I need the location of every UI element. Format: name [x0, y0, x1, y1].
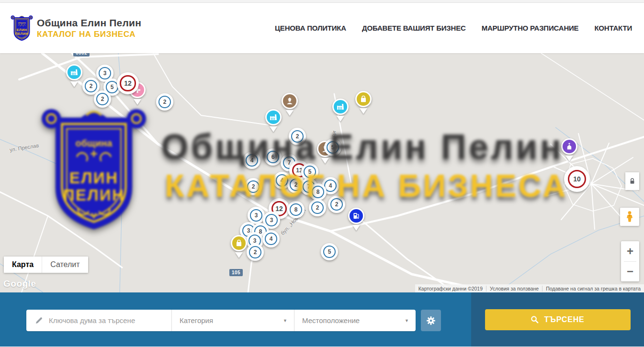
cluster-marker[interactable]: 4 [262, 230, 280, 247]
cluster-marker[interactable]: 10 [564, 166, 590, 192]
category-pin-worker[interactable] [282, 93, 298, 109]
cluster-marker[interactable]: 4 [243, 152, 260, 169]
google-logo[interactable]: Google [3, 279, 36, 289]
cluster-marker[interactable]: 2 [289, 128, 306, 145]
nav-add-business[interactable]: ДОБАВЕТЕ ВАШИЯТ БИЗНЕС [362, 24, 466, 32]
keyword-input[interactable] [49, 316, 166, 325]
worker-icon [282, 93, 298, 109]
brand-subtitle: КАТАЛОГ НА БИЗНЕСА [37, 30, 141, 39]
chevron-down-icon: ▼ [405, 318, 409, 323]
category-pin-factory[interactable] [265, 109, 282, 125]
category-select-label: Категория [180, 316, 213, 325]
advanced-settings-button[interactable] [421, 310, 441, 331]
factory-icon [265, 109, 282, 125]
location-select-label: Местоположение [302, 316, 360, 325]
category-pin-fuel[interactable] [348, 208, 364, 224]
cluster-marker[interactable]: 2 [94, 90, 111, 108]
lock-icon [629, 178, 636, 185]
main-nav: ЦЕНОВА ПОЛИТИКА ДОБАВЕТЕ ВАШИЯТ БИЗНЕС М… [275, 24, 632, 32]
zoom-in-button[interactable]: + [621, 241, 639, 261]
road-shield: 105 [229, 269, 243, 276]
pegman-icon [625, 211, 634, 224]
pegman-button[interactable] [620, 208, 639, 226]
cluster-marker[interactable]: 6 [264, 148, 282, 166]
cluster-marker[interactable]: 2 [328, 196, 345, 213]
category-pin-shopping-bag[interactable] [231, 235, 247, 251]
shopping-bag-icon [231, 235, 247, 251]
lock-button[interactable] [625, 172, 639, 190]
category-pin-church[interactable] [561, 138, 577, 155]
cluster-marker[interactable]: 3 [248, 207, 265, 224]
search-input-group: Категория ▼ Местоположение ▼ [26, 310, 416, 331]
gear-icon [426, 315, 436, 326]
fuel-icon [348, 208, 364, 224]
nav-pricing[interactable]: ЦЕНОВА ПОЛИТИКА [275, 24, 346, 32]
municipality-crest-icon [11, 14, 33, 43]
map-type-control: Карта Сателит [4, 257, 88, 273]
category-pin-factory[interactable] [66, 64, 82, 80]
cluster-marker[interactable]: 12 [117, 72, 139, 94]
attribution-copyright: Картографски данни ©2019 [415, 286, 486, 291]
report-error-link[interactable]: Подаване на сигнал за грешка в картата [542, 286, 644, 291]
satellite-view-button[interactable]: Сателит [42, 257, 88, 273]
shopping-bag-icon [355, 91, 372, 107]
church-icon [561, 138, 577, 155]
factory-icon [332, 99, 349, 115]
category-pin-shopping-bag[interactable] [355, 91, 372, 107]
cluster-marker[interactable]: 2 [245, 178, 262, 195]
cluster-marker[interactable]: 8 [287, 201, 305, 218]
search-button[interactable]: ТЪРСЕНЕ [485, 309, 631, 330]
google-map[interactable]: 6002105ул. Преславбул. „Новоселци 325122… [0, 53, 644, 292]
cluster-marker[interactable]: 2 [309, 199, 326, 216]
terms-link[interactable]: Условия за ползване [486, 286, 542, 291]
nav-contacts[interactable]: КОНТАКТИ [594, 24, 632, 32]
cluster-marker[interactable]: 8 [309, 183, 327, 201]
search-icon [531, 315, 539, 324]
search-button-label: ТЪРСЕНЕ [544, 315, 584, 324]
cluster-marker[interactable]: 2 [156, 93, 173, 111]
category-select[interactable]: Категория ▼ [171, 310, 294, 331]
location-select[interactable]: Местоположение ▼ [294, 310, 416, 331]
brand-logo[interactable]: Община Елин Пелин КАТАЛОГ НА БИЗНЕСА [11, 14, 141, 43]
road-shield: 6002 [73, 53, 90, 56]
cluster-marker[interactable]: 2 [247, 244, 264, 261]
keyword-section [26, 310, 171, 331]
chevron-down-icon: ▼ [283, 318, 287, 323]
nav-route-schedule[interactable]: МАРШРУТНО РАЗПИСАНИЕ [482, 24, 579, 32]
site-header: Община Елин Пелин КАТАЛОГ НА БИЗНЕСА ЦЕН… [0, 3, 644, 53]
cluster-marker[interactable]: 5 [324, 139, 341, 156]
category-pin-factory[interactable] [332, 99, 349, 115]
cluster-marker[interactable]: 5 [321, 243, 338, 260]
search-button-panel: ТЪРСЕНЕ [471, 292, 644, 347]
map-attribution: Картографски данни ©2019 Условия за полз… [415, 284, 644, 292]
zoom-control: + − [621, 241, 639, 281]
search-bar: ТЪРСЕНЕ Категория ▼ Местоположение ▼ [0, 292, 644, 347]
zoom-out-button[interactable]: − [621, 262, 639, 282]
brand-title: Община Елин Пелин [37, 17, 141, 29]
pencil-icon [35, 316, 43, 325]
map-view-button[interactable]: Карта [4, 257, 42, 273]
factory-icon [66, 64, 82, 80]
